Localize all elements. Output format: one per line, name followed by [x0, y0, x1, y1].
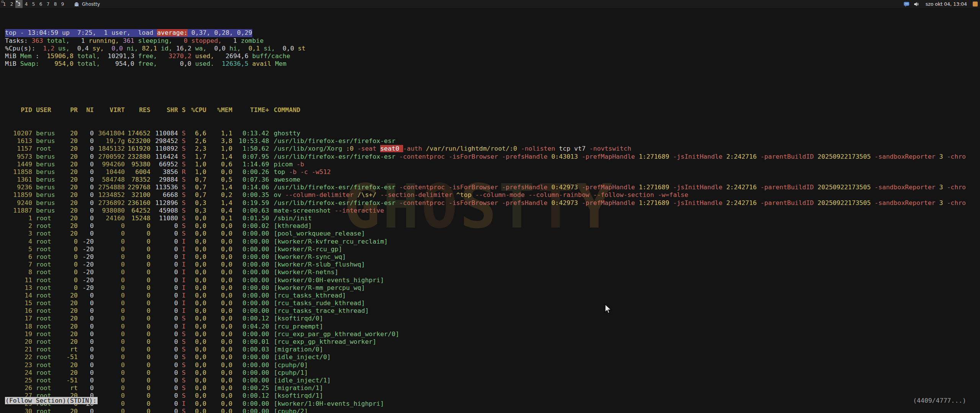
virt-cell: 1234852	[94, 191, 125, 199]
command-cell: /usr/lib/firefox-esr/firefox-esr -conten…	[274, 199, 966, 207]
clock: szo okt 04, 13:04	[926, 1, 967, 7]
user-cell: root	[36, 384, 59, 392]
pid-cell: 1157	[5, 145, 32, 153]
process-row: 3root200000S0,00,00:00.00[pool_workqueue…	[5, 230, 980, 237]
pr-cell: rt	[59, 384, 78, 392]
volume-icon[interactable]	[913, 1, 920, 7]
virt-cell: 938080	[94, 207, 125, 215]
shr-cell: 6668	[150, 191, 178, 199]
ni-cell: 0	[78, 222, 94, 230]
tasklist-item-ghostty[interactable]: Ghostty	[69, 0, 104, 8]
user-cell: root	[36, 230, 59, 237]
res-cell: 0	[125, 384, 150, 392]
state-cell: I	[178, 261, 186, 268]
tag-6[interactable]: 6	[37, 0, 44, 8]
state-cell: S	[178, 153, 186, 161]
shr-cell: 0	[150, 346, 178, 353]
user-cell: berus	[36, 199, 59, 207]
cpu-cell: 0,0	[186, 268, 206, 276]
cpu-cell: 0,0	[186, 284, 206, 292]
position-indicator: (4409/4777...)	[913, 397, 966, 405]
desktop: { "topbar": { "tags": [ {"label":"1","oc…	[0, 0, 980, 413]
pr-cell: -51	[59, 353, 78, 361]
process-row: 9573berus2002700592232880116424S1,71,40:…	[5, 153, 980, 161]
cpu-cell: 0,0	[186, 408, 206, 413]
ni-cell: 0	[78, 377, 94, 384]
mem-cell: 1,0	[206, 145, 232, 153]
pr-cell: 20	[59, 137, 78, 145]
tag-7[interactable]: 7	[44, 0, 52, 8]
state-cell: I	[178, 268, 186, 276]
cpu-cell: 1,7	[186, 153, 206, 161]
command-cell: [kworker/R-mm_percpu_wq]	[274, 284, 365, 292]
process-row: 19root200000S0,00,00:00.00[rcu_exp_par_g…	[5, 330, 980, 338]
state-cell: I	[178, 238, 186, 246]
cpu-cell: 0,0	[186, 369, 206, 377]
pid-cell: 11	[5, 276, 32, 284]
ni-cell: 0	[78, 176, 94, 184]
mem-cell: 0,0	[206, 230, 232, 237]
mem-cell: 0,0	[206, 276, 232, 284]
virt-cell: 994260	[94, 161, 125, 168]
messenger-tray-icon[interactable]	[903, 1, 910, 7]
virt-cell: 2754888	[94, 184, 125, 191]
shr-cell: 0	[150, 323, 178, 330]
cpu-cell: 0,0	[186, 353, 206, 361]
cpu-cell: 0,0	[186, 400, 206, 408]
pr-cell: 20	[59, 315, 78, 322]
tag-5[interactable]: 5	[30, 0, 37, 8]
user-cell: root	[36, 261, 59, 268]
pid-cell: 24	[5, 369, 32, 377]
time-cell: 0:00.00	[232, 276, 269, 284]
state-cell: I	[178, 299, 186, 307]
tag-4[interactable]: 4	[23, 0, 30, 8]
app-indicator-icon[interactable]	[973, 2, 978, 7]
command-cell: [migration/1]	[274, 384, 323, 392]
state-cell: I	[178, 292, 186, 299]
ni-cell: 0	[78, 299, 94, 307]
shr-cell: 0	[150, 246, 178, 253]
res-cell: 0	[125, 276, 150, 284]
shr-cell: 298452	[150, 137, 178, 145]
ni-cell: -20	[78, 268, 94, 276]
state-cell: S	[178, 215, 186, 222]
tag-8[interactable]: 8	[52, 0, 59, 8]
shr-cell: 0	[150, 330, 178, 338]
tag-1[interactable]: 1	[1, 0, 8, 8]
tag-2[interactable]: 2	[8, 0, 15, 8]
virt-cell: 0	[94, 323, 125, 330]
pid-cell: 15	[5, 299, 32, 307]
process-row: 4root0-20000I0,00,00:00.00[kworker/R-kvf…	[5, 238, 980, 246]
blank-line	[5, 83, 980, 91]
state-cell: S	[178, 222, 186, 230]
process-row: 17root200000S0,00,00:00.12[ksoftirqd/0]	[5, 315, 980, 322]
virt-cell: 0	[94, 384, 125, 392]
time-cell: 0:00.12	[232, 315, 269, 322]
command-cell: [kworker/R-netns]	[274, 268, 338, 276]
res-cell: 0	[125, 230, 150, 237]
tag-3[interactable]: 3	[15, 0, 23, 8]
command-cell: [kworker/R-slub_flushwq]	[274, 261, 365, 268]
process-row: 1449berus2009942609538066952S1,00,61:14.…	[5, 161, 980, 168]
shr-cell: 110084	[150, 130, 178, 137]
pr-cell: 0	[59, 261, 78, 268]
ni-cell: 0	[78, 161, 94, 168]
terminal[interactable]: GHOSTTY top - 13:04:59 up 7:25, 1 user, …	[0, 8, 980, 413]
tag-9[interactable]: 9	[59, 0, 66, 8]
header-virt: VIRT	[94, 106, 125, 114]
command-cell: [kworker/1:0H-events_highpri]	[274, 400, 384, 408]
mem-cell: 0,4	[206, 207, 232, 215]
time-cell: 0:04.20	[232, 323, 269, 330]
mem-cell: 0,0	[206, 330, 232, 338]
res-cell: 0	[125, 338, 150, 346]
process-row: 20root200000S0,00,00:00.01[rcu_exp_gp_kt…	[5, 338, 980, 346]
command-cell: [rcu_exp_gp_kthread_worker]	[274, 338, 376, 346]
summary-line-1: top - 13:04:59 up 7:25, 1 user, load ave…	[5, 29, 980, 37]
user-cell: root	[36, 246, 59, 253]
pid-cell: 11887	[5, 207, 32, 215]
shr-cell: 3856	[150, 168, 178, 176]
cpu-cell: 0,0	[186, 377, 206, 384]
pid-cell: 26	[5, 384, 32, 392]
shr-cell: 0	[150, 276, 178, 284]
virt-cell: 0	[94, 408, 125, 413]
